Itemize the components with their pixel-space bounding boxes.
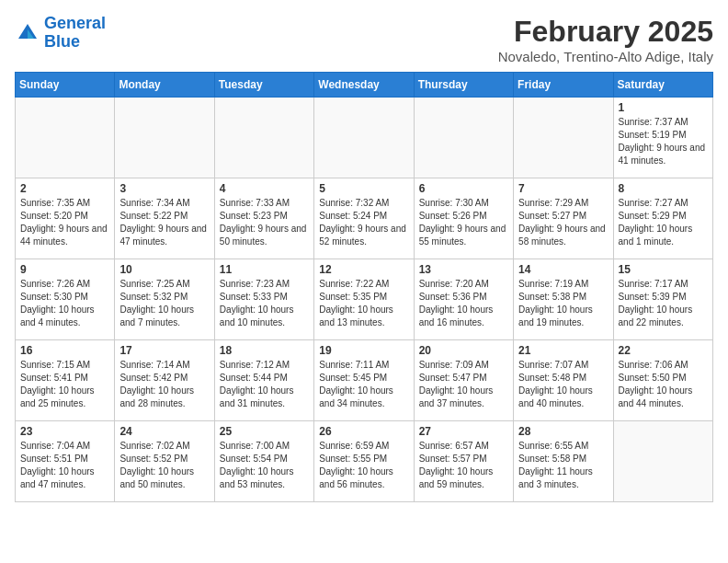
day-number: 24: [119, 425, 209, 438]
calendar-cell: 2Sunrise: 7:35 AM Sunset: 5:20 PM Daylig…: [16, 178, 115, 259]
day-info: Sunrise: 7:00 AM Sunset: 5:54 PM Dayligh…: [220, 440, 309, 491]
calendar-cell: 28Sunrise: 6:55 AM Sunset: 5:58 PM Dayli…: [514, 421, 613, 502]
calendar-cell: 20Sunrise: 7:09 AM Sunset: 5:47 PM Dayli…: [414, 340, 513, 421]
calendar-cell: 18Sunrise: 7:12 AM Sunset: 5:44 PM Dayli…: [214, 340, 313, 421]
calendar-cell: [16, 98, 115, 178]
calendar-cell: 3Sunrise: 7:34 AM Sunset: 5:22 PM Daylig…: [115, 178, 214, 259]
page-header: General Blue February 2025 Novaledo, Tre…: [15, 15, 713, 64]
day-info: Sunrise: 6:59 AM Sunset: 5:55 PM Dayligh…: [319, 440, 408, 491]
calendar-cell: 22Sunrise: 7:06 AM Sunset: 5:50 PM Dayli…: [613, 340, 712, 421]
calendar-cell: 25Sunrise: 7:00 AM Sunset: 5:54 PM Dayli…: [214, 421, 313, 502]
calendar-cell: [115, 98, 214, 178]
logo-text: General Blue: [44, 15, 106, 52]
day-number: 5: [319, 182, 408, 195]
day-number: 26: [319, 425, 408, 438]
day-number: 13: [419, 263, 508, 276]
calendar-table: SundayMondayTuesdayWednesdayThursdayFrid…: [15, 72, 713, 502]
weekday-header-friday: Friday: [514, 73, 613, 98]
day-info: Sunrise: 7:26 AM Sunset: 5:30 PM Dayligh…: [20, 278, 109, 329]
day-info: Sunrise: 7:27 AM Sunset: 5:29 PM Dayligh…: [619, 197, 708, 248]
day-number: 22: [619, 344, 708, 357]
calendar-body: 1Sunrise: 7:37 AM Sunset: 5:19 PM Daylig…: [16, 98, 713, 502]
day-info: Sunrise: 7:14 AM Sunset: 5:42 PM Dayligh…: [119, 359, 209, 410]
calendar-cell: 7Sunrise: 7:29 AM Sunset: 5:27 PM Daylig…: [514, 178, 613, 259]
calendar-week-5: 23Sunrise: 7:04 AM Sunset: 5:51 PM Dayli…: [16, 421, 713, 502]
calendar-cell: 5Sunrise: 7:32 AM Sunset: 5:24 PM Daylig…: [314, 178, 414, 259]
weekday-header-thursday: Thursday: [414, 73, 513, 98]
day-info: Sunrise: 7:06 AM Sunset: 5:50 PM Dayligh…: [619, 359, 708, 410]
day-info: Sunrise: 7:07 AM Sunset: 5:48 PM Dayligh…: [518, 359, 608, 410]
calendar-week-1: 1Sunrise: 7:37 AM Sunset: 5:19 PM Daylig…: [16, 98, 713, 178]
day-number: 4: [220, 182, 309, 195]
day-info: Sunrise: 6:57 AM Sunset: 5:57 PM Dayligh…: [419, 440, 508, 491]
weekday-header-sunday: Sunday: [16, 73, 115, 98]
location: Novaledo, Trentino-Alto Adige, Italy: [498, 49, 713, 64]
title-block: February 2025 Novaledo, Trentino-Alto Ad…: [498, 15, 713, 64]
day-number: 10: [119, 263, 209, 276]
day-number: 16: [20, 344, 109, 357]
day-info: Sunrise: 7:37 AM Sunset: 5:19 PM Dayligh…: [619, 116, 708, 167]
day-number: 23: [20, 425, 109, 438]
day-number: 20: [419, 344, 508, 357]
day-number: 12: [319, 263, 408, 276]
day-info: Sunrise: 6:55 AM Sunset: 5:58 PM Dayligh…: [518, 440, 608, 491]
calendar-cell: 6Sunrise: 7:30 AM Sunset: 5:26 PM Daylig…: [414, 178, 513, 259]
weekday-header-monday: Monday: [115, 73, 214, 98]
weekday-header-saturday: Saturday: [613, 73, 712, 98]
day-number: 18: [220, 344, 309, 357]
calendar-week-3: 9Sunrise: 7:26 AM Sunset: 5:30 PM Daylig…: [16, 259, 713, 340]
day-info: Sunrise: 7:30 AM Sunset: 5:26 PM Dayligh…: [419, 197, 508, 248]
weekday-header-tuesday: Tuesday: [214, 73, 313, 98]
calendar-cell: [414, 98, 513, 178]
calendar-cell: 17Sunrise: 7:14 AM Sunset: 5:42 PM Dayli…: [115, 340, 214, 421]
day-info: Sunrise: 7:20 AM Sunset: 5:36 PM Dayligh…: [419, 278, 508, 329]
calendar-cell: [214, 98, 313, 178]
calendar-week-2: 2Sunrise: 7:35 AM Sunset: 5:20 PM Daylig…: [16, 178, 713, 259]
day-info: Sunrise: 7:15 AM Sunset: 5:41 PM Dayligh…: [20, 359, 109, 410]
calendar-cell: 24Sunrise: 7:02 AM Sunset: 5:52 PM Dayli…: [115, 421, 214, 502]
weekday-header-row: SundayMondayTuesdayWednesdayThursdayFrid…: [16, 73, 713, 98]
day-info: Sunrise: 7:32 AM Sunset: 5:24 PM Dayligh…: [319, 197, 408, 248]
day-number: 27: [419, 425, 508, 438]
calendar-cell: 23Sunrise: 7:04 AM Sunset: 5:51 PM Dayli…: [16, 421, 115, 502]
logo-icon: [15, 20, 40, 46]
day-number: 8: [619, 182, 708, 195]
calendar-cell: [613, 421, 712, 502]
day-number: 9: [20, 263, 109, 276]
calendar-cell: 10Sunrise: 7:25 AM Sunset: 5:32 PM Dayli…: [115, 259, 214, 340]
day-number: 21: [518, 344, 608, 357]
calendar-cell: 9Sunrise: 7:26 AM Sunset: 5:30 PM Daylig…: [16, 259, 115, 340]
day-info: Sunrise: 7:17 AM Sunset: 5:39 PM Dayligh…: [619, 278, 708, 329]
weekday-header-wednesday: Wednesday: [314, 73, 414, 98]
calendar-cell: [314, 98, 414, 178]
day-number: 25: [220, 425, 309, 438]
calendar-cell: 15Sunrise: 7:17 AM Sunset: 5:39 PM Dayli…: [613, 259, 712, 340]
day-info: Sunrise: 7:29 AM Sunset: 5:27 PM Dayligh…: [518, 197, 608, 248]
day-info: Sunrise: 7:09 AM Sunset: 5:47 PM Dayligh…: [419, 359, 508, 410]
calendar-cell: 1Sunrise: 7:37 AM Sunset: 5:19 PM Daylig…: [613, 98, 712, 178]
calendar-cell: 14Sunrise: 7:19 AM Sunset: 5:38 PM Dayli…: [514, 259, 613, 340]
calendar-cell: 19Sunrise: 7:11 AM Sunset: 5:45 PM Dayli…: [314, 340, 414, 421]
day-number: 2: [20, 182, 109, 195]
calendar-cell: [514, 98, 613, 178]
day-info: Sunrise: 7:12 AM Sunset: 5:44 PM Dayligh…: [220, 359, 309, 410]
month-year: February 2025: [498, 15, 713, 49]
day-info: Sunrise: 7:35 AM Sunset: 5:20 PM Dayligh…: [20, 197, 109, 248]
calendar-cell: 16Sunrise: 7:15 AM Sunset: 5:41 PM Dayli…: [16, 340, 115, 421]
day-number: 7: [518, 182, 608, 195]
day-number: 14: [518, 263, 608, 276]
day-number: 28: [518, 425, 608, 438]
calendar-cell: 11Sunrise: 7:23 AM Sunset: 5:33 PM Dayli…: [214, 259, 313, 340]
day-info: Sunrise: 7:25 AM Sunset: 5:32 PM Dayligh…: [119, 278, 209, 329]
logo-line2: Blue: [44, 32, 80, 51]
day-info: Sunrise: 7:23 AM Sunset: 5:33 PM Dayligh…: [220, 278, 309, 329]
logo-line1: General: [44, 14, 106, 32]
calendar-week-4: 16Sunrise: 7:15 AM Sunset: 5:41 PM Dayli…: [16, 340, 713, 421]
day-info: Sunrise: 7:02 AM Sunset: 5:52 PM Dayligh…: [119, 440, 209, 491]
calendar-cell: 13Sunrise: 7:20 AM Sunset: 5:36 PM Dayli…: [414, 259, 513, 340]
calendar-cell: 8Sunrise: 7:27 AM Sunset: 5:29 PM Daylig…: [613, 178, 712, 259]
calendar-cell: 26Sunrise: 6:59 AM Sunset: 5:55 PM Dayli…: [314, 421, 414, 502]
calendar-cell: 21Sunrise: 7:07 AM Sunset: 5:48 PM Dayli…: [514, 340, 613, 421]
calendar-cell: 12Sunrise: 7:22 AM Sunset: 5:35 PM Dayli…: [314, 259, 414, 340]
day-number: 6: [419, 182, 508, 195]
